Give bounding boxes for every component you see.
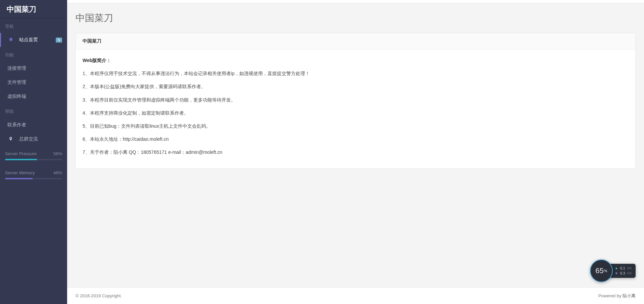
sidebar-item-label: 站点首页 xyxy=(19,37,56,43)
app-logo: 中国菜刀 xyxy=(0,0,67,18)
metric-bar xyxy=(5,159,62,160)
sidebar-item-filemanager[interactable]: 文件管理 xyxy=(0,75,67,89)
cpu-gauge: 65% xyxy=(590,259,613,282)
nav-group-title: 帮助 xyxy=(0,104,67,118)
metric-value: 48% xyxy=(53,170,62,175)
metric-label: Server Pressure xyxy=(5,151,37,156)
card-header: 中国菜刀 xyxy=(76,33,635,50)
new-badge: N xyxy=(56,38,62,43)
performance-widget[interactable]: 65% ▲ 0.1K/s ▼ 0.3K/s xyxy=(590,259,636,282)
sidebar-item-label: 总群交流 xyxy=(19,136,62,142)
main-content: 中国菜刀 中国菜刀 Web版简介： 1、本程序仅用于技术交流，不得从事违法行为，… xyxy=(67,0,644,287)
gauge-value: 65 xyxy=(595,266,603,275)
upload-speed: ▲ 0.1K/s xyxy=(615,266,632,271)
download-speed: ▼ 0.3K/s xyxy=(615,271,632,276)
sidebar-item-label: 联系作者 xyxy=(7,122,62,128)
metric-label: Server Memory xyxy=(5,170,35,175)
server-metrics: Server Pressure 56% Server Memory 48% xyxy=(0,146,67,184)
metric-bar xyxy=(5,178,62,179)
content-paragraph: 3、本程序目前仅实现文件管理和虚拟终端两个功能，更多功能等待开发。 xyxy=(83,96,629,104)
home-icon xyxy=(7,37,14,43)
nav-group-nav: 导航 站点首页 N xyxy=(0,18,67,47)
page-title: 中国菜刀 xyxy=(76,12,636,24)
content-paragraph: 1、本程序仅用于技术交流，不得从事违法行为，本站会记录相关使用者ip，如违规使用… xyxy=(83,69,629,78)
pin-icon xyxy=(7,136,14,142)
nav-group-help: 帮助 联系作者 总群交流 xyxy=(0,104,67,146)
metric-value: 56% xyxy=(53,151,62,156)
sidebar-item-label: 虚拟终端 xyxy=(7,94,62,100)
sidebar-item-contact[interactable]: 联系作者 xyxy=(0,118,67,132)
metric-fill xyxy=(5,178,33,179)
content-paragraph: 5、目前已知bug：文件列表读取linux主机上文件中文会乱码。 xyxy=(83,122,629,130)
sidebar-item-label: 文件管理 xyxy=(7,79,62,85)
footer: © 2016-2019 Copyright. Powered by 陌小离 xyxy=(67,287,644,304)
sidebar-item-connection[interactable]: 连接管理 xyxy=(0,61,67,75)
card-body: Web版简介： 1、本程序仅用于技术交流，不得从事违法行为，本站会记录相关使用者… xyxy=(76,50,635,168)
info-card: 中国菜刀 Web版简介： 1、本程序仅用于技术交流，不得从事违法行为，本站会记录… xyxy=(76,33,636,169)
metric-fill xyxy=(5,159,37,160)
sidebar-item-home[interactable]: 站点首页 N xyxy=(0,33,67,47)
footer-powered: Powered by 陌小离 xyxy=(598,293,636,299)
footer-copyright: © 2016-2019 Copyright. xyxy=(76,293,122,298)
content-paragraph: 6、本站永久地址：http://caidao.moleft.cn xyxy=(83,135,629,143)
sidebar-item-label: 连接管理 xyxy=(7,65,62,71)
arrow-down-icon: ▼ xyxy=(615,271,618,276)
top-bar xyxy=(67,0,644,3)
footer-author-link[interactable]: 陌小离 xyxy=(623,293,636,298)
nav-group-features: 功能 连接管理 文件管理 虚拟终端 xyxy=(0,47,67,104)
gauge-unit: % xyxy=(604,269,607,273)
sidebar: 中国菜刀 导航 站点首页 N 功能 连接管理 文件管理 虚拟终端 帮助 联系作者 xyxy=(0,0,67,304)
sidebar-item-terminal[interactable]: 虚拟终端 xyxy=(0,89,67,104)
nav-group-title: 导航 xyxy=(0,18,67,33)
content-paragraph: 7、关于作者：陌小离 QQ：1805765171 e-mail：admin@mo… xyxy=(83,148,629,157)
metric-pressure: Server Pressure 56% xyxy=(0,146,67,165)
nav-group-title: 功能 xyxy=(0,47,67,61)
intro-heading: Web版简介： xyxy=(83,58,111,63)
sidebar-item-group-chat[interactable]: 总群交流 xyxy=(0,132,67,146)
arrow-up-icon: ▲ xyxy=(615,266,618,270)
metric-memory: Server Memory 48% xyxy=(0,165,67,184)
content-paragraph: 2、本版本(公益版)免费向大家提供，索要源码请联系作者。 xyxy=(83,82,629,91)
content-paragraph: 4、本程序支持商业化定制，如需定制请联系作者。 xyxy=(83,109,629,117)
